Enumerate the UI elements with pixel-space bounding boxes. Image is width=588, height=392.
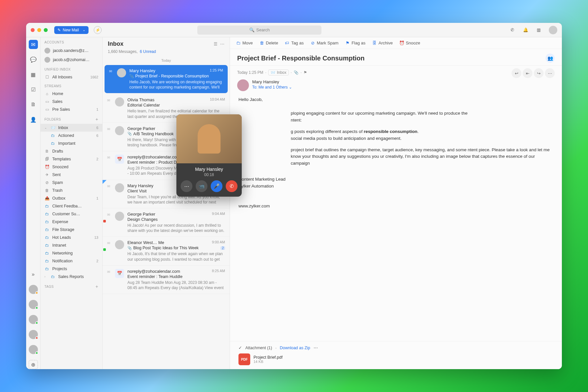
folder-outbox[interactable]: 📤Outbox1 — [41, 194, 102, 202]
message-row[interactable]: ✉Eleanor West… Me9:00 AM📎 Blog Post Topi… — [103, 237, 230, 265]
attachment-file[interactable]: PDF Project Brief.pdf 14 KB — [238, 353, 553, 365]
call-mic-button[interactable]: 🎤 — [211, 180, 222, 192]
presence-avatar-4[interactable] — [29, 330, 38, 339]
stream-home[interactable]: ⌂Home — [41, 90, 102, 98]
snooze-button[interactable]: ⏰Snooze — [399, 41, 420, 45]
folder-pill[interactable]: 📨Inbox — [268, 70, 288, 75]
snooze-icon: ⏰ — [44, 165, 50, 169]
sender-avatar — [115, 126, 124, 135]
add-tag-icon[interactable]: + — [95, 284, 98, 289]
add-app-icon[interactable]: ⊕ — [29, 360, 38, 369]
presence-avatar-1[interactable] — [29, 285, 38, 294]
call-hangup-button[interactable]: ✆ — [226, 180, 237, 192]
more-button[interactable]: ⋯ — [545, 68, 555, 78]
envelope-icon: ✉ — [107, 269, 112, 290]
folder-client[interactable]: 🗀Client Feedba… — [41, 202, 102, 210]
message-row[interactable]: ✉Mary Hansley1:25 PM📎 Project Brief - Re… — [105, 65, 228, 93]
recipients[interactable]: To: Me and 1 Others ⌄ — [252, 85, 292, 90]
folder-file[interactable]: 🗀File Storage — [41, 226, 102, 234]
folder-spam[interactable]: ⊘Spam — [41, 179, 102, 187]
expand-icon[interactable]: » — [29, 270, 38, 279]
add-folder-icon[interactable]: + — [95, 117, 98, 122]
signature-link[interactable]: www.zylker.com — [238, 203, 553, 210]
reply-button[interactable]: ↩ — [512, 68, 521, 78]
folder-networking[interactable]: 🗀Networking — [41, 249, 102, 257]
folder-notification[interactable]: 🗀Notification2 — [41, 257, 102, 265]
message-time: 10:04 AM — [210, 97, 225, 102]
close-button[interactable] — [31, 28, 35, 32]
date-divider: Today — [103, 57, 230, 64]
call-overlay[interactable]: Mary Hansley 00:18 ⋯ 📹 🎤 ✆ — [176, 114, 242, 197]
filter-icon[interactable]: ☰ — [214, 41, 218, 46]
message-row[interactable]: ✉📅noreply@zohocalendar.com8:25 AMEvent r… — [103, 266, 230, 294]
message-from: George Parker — [127, 212, 155, 217]
folder-inbox[interactable]: ⌄📨Inbox6 — [41, 124, 102, 132]
call-timer: 00:18 — [176, 172, 242, 180]
tasks-icon[interactable]: ☑ — [29, 85, 38, 94]
archive-button[interactable]: 🗄Archive — [372, 41, 393, 45]
bell-icon[interactable]: 🔔 — [523, 27, 529, 33]
all-inboxes[interactable]: ☐All Inboxes1662 — [41, 73, 102, 81]
sender-avatar — [115, 183, 124, 192]
stream-sales[interactable]: ▭Sales — [41, 98, 102, 106]
minimize-button[interactable] — [37, 28, 41, 32]
inbox-icon: ☐ — [44, 75, 50, 79]
user-avatar[interactable] — [549, 26, 557, 34]
call-more-button[interactable]: ⋯ — [181, 180, 192, 192]
call-video-button[interactable]: 📹 — [196, 180, 207, 192]
maximize-button[interactable] — [44, 28, 48, 32]
folders-header: FOLDERS+ — [41, 113, 102, 124]
message-preview: Hello Jacob, We are working on developin… — [129, 79, 223, 90]
tag-button[interactable]: 🏷Tag as — [285, 41, 303, 45]
forward-button[interactable]: ↪ — [534, 68, 544, 78]
new-mail-button[interactable]: ✎ New Mail ⌄ — [54, 26, 89, 34]
folder-sales-reports[interactable]: ›🗀Sales Reports — [41, 273, 102, 281]
account-row[interactable]: jacob.sanders@z… — [41, 46, 102, 55]
folder-important[interactable]: 🗀Important — [41, 139, 102, 147]
stream-presales[interactable]: ▭Pre Sales1 — [41, 106, 102, 113]
download-zip-link[interactable]: Download as Zip — [280, 346, 310, 350]
folder-intranet[interactable]: 🗀Intranet — [41, 241, 102, 249]
move-button[interactable]: 🗀Move — [236, 41, 253, 45]
attachment-icon[interactable]: 📎 — [294, 70, 299, 75]
folder-icon: 🗀 — [44, 243, 50, 248]
flag-button[interactable]: ⚑Flag as — [345, 41, 366, 45]
folder-actioned[interactable]: 🗀Actioned6 — [41, 132, 102, 139]
chat-icon[interactable]: 💬 — [29, 55, 38, 64]
calendar-icon[interactable]: ▦ — [29, 70, 38, 79]
folder-drafts[interactable]: 🗎Drafts — [41, 147, 102, 155]
mail-icon[interactable]: ✉ — [29, 40, 38, 49]
spam-button[interactable]: ⊘Mark Spam — [310, 41, 338, 45]
account-row[interactable]: jacob.s@zohomai… — [41, 55, 102, 64]
body-line: ploping engaging content for our upcomin… — [291, 110, 553, 117]
more-icon[interactable]: ⋯ — [220, 41, 224, 46]
folder-hot[interactable]: 🗀Hot Leads13 — [41, 234, 102, 241]
panel-icon[interactable]: ▥ — [536, 27, 542, 33]
presence-avatar-2[interactable] — [29, 300, 38, 309]
notes-icon[interactable]: 🗎 — [29, 100, 38, 109]
pdf-icon: PDF — [238, 353, 250, 365]
folder-sent[interactable]: ✈Sent — [41, 171, 102, 179]
participants-icon[interactable]: 👥 — [546, 54, 555, 63]
contacts-icon[interactable]: 👤 — [29, 115, 38, 124]
reply-all-button[interactable]: ⇤ — [523, 68, 532, 78]
quick-action-button[interactable]: ⚡ — [94, 26, 102, 34]
sender-name: Mary Hansley — [252, 79, 292, 84]
folder-projects[interactable]: 🗀Projects — [41, 265, 102, 273]
search-input[interactable]: 🔍 Search — [197, 25, 321, 35]
folder-snoozed[interactable]: ⏰Snoozed — [41, 163, 102, 171]
flag-icon[interactable]: ⚑ — [303, 70, 307, 75]
message-row[interactable]: ✉George Parker9:04 AMDesign ChangesHi Ja… — [103, 208, 230, 237]
folder-customer[interactable]: 🗀Customer Su… — [41, 210, 102, 218]
trash-icon: 🗑 — [44, 188, 50, 193]
message-time: 8:25 AM — [212, 269, 225, 274]
delete-button[interactable]: 🗑Delete — [259, 41, 278, 45]
folder-expense[interactable]: 🗀Expense — [41, 218, 102, 226]
presence-avatar-3[interactable] — [29, 315, 38, 324]
folder-trash[interactable]: 🗑Trash — [41, 187, 102, 194]
search-placeholder: Search — [256, 27, 270, 32]
folder-templates[interactable]: 🗐Templates2 — [41, 155, 102, 163]
more-icon[interactable]: ⋯ — [314, 345, 318, 350]
presence-avatar-5[interactable] — [29, 345, 38, 354]
phone-icon[interactable]: ✆ — [510, 27, 515, 33]
